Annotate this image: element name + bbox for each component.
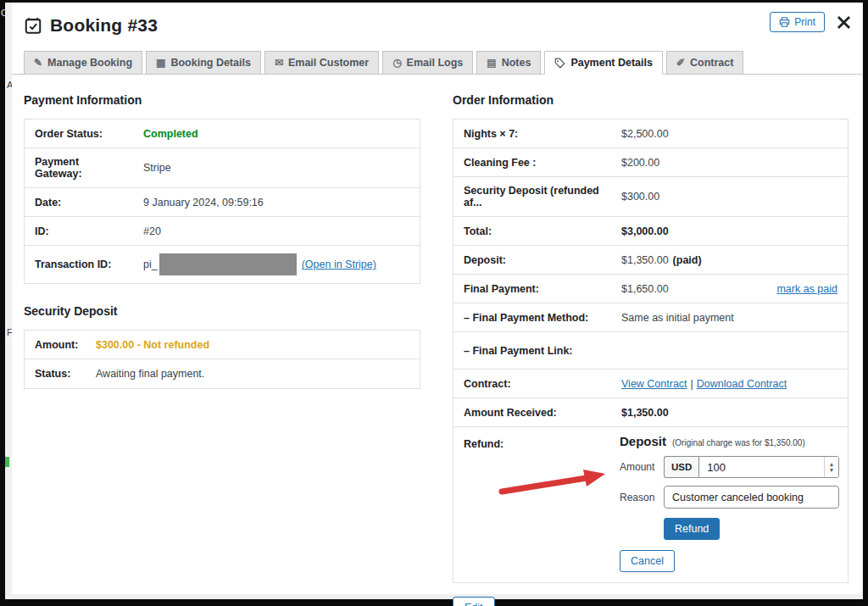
booking-calendar-icon — [24, 16, 42, 35]
pen-icon: ✐ — [676, 58, 685, 68]
refund-reason-input[interactable] — [664, 486, 839, 509]
tab-label: Contract — [690, 57, 733, 69]
table-row: Payment Gateway: Stripe — [25, 148, 420, 188]
modal-header: Booking #33 Print — [12, 3, 862, 36]
currency-prefix: USD — [664, 456, 698, 478]
open-in-stripe-link[interactable]: (Open in Stripe) — [302, 259, 376, 270]
tab-email-customer[interactable]: ✉ Email Customer — [264, 51, 379, 75]
row-label: Refund: — [453, 427, 611, 458]
security-deposit-amount-value: $300.00 - Not refunded — [96, 339, 209, 351]
email-icon: ✉ — [275, 58, 283, 68]
tab-content-payment-details: Payment Information Order Status: Comple… — [12, 75, 862, 606]
final-payment-method-value: Same as initial payment — [611, 304, 848, 331]
total-value: $3,000.00 — [621, 225, 669, 237]
close-icon[interactable] — [836, 14, 852, 31]
security-deposit-table: Amount: $300.00 - Not refunded Status: A… — [24, 330, 420, 389]
refund-original-charge-note: (Original charge was for $1,350.00) — [672, 438, 805, 448]
table-row: Amount: $300.00 - Not refunded — [25, 331, 420, 359]
refund-deposit-heading: Deposit — [620, 434, 666, 448]
tab-label: Manage Booking — [47, 57, 132, 69]
tab-email-logs[interactable]: ◷ Email Logs — [382, 51, 473, 75]
table-row: Deposit: $1,350.00 (paid) — [453, 246, 848, 275]
table-row: Status: Awaiting final payment. — [25, 359, 420, 388]
tab-payment-details[interactable]: Payment Details — [544, 51, 663, 75]
tab-booking-details[interactable]: ▦ Booking Details — [146, 51, 261, 75]
nights-value: $2,500.00 — [611, 120, 848, 147]
tab-manage-booking[interactable]: ✎ Manage Booking — [24, 51, 142, 75]
amount-stepper[interactable]: ▲ ▼ — [824, 457, 838, 477]
table-row: Total: $3,000.00 — [453, 217, 848, 246]
refund-amount-label: Amount — [620, 461, 657, 473]
row-label: Total: — [453, 218, 611, 245]
tab-label: Payment Details — [570, 57, 653, 69]
cleaning-fee-value: $200.00 — [611, 149, 848, 176]
tab-label: Notes — [502, 57, 531, 69]
edit-button[interactable]: Edit — [453, 597, 495, 606]
print-button-label: Print — [794, 16, 815, 28]
row-label: Order Status: — [25, 120, 133, 147]
row-label: Cleaning Fee : — [453, 149, 611, 176]
security-deposit-status-value: Awaiting final payment. — [86, 360, 420, 387]
stepper-up-icon[interactable]: ▲ — [829, 461, 834, 467]
table-row: ID: #20 — [25, 217, 420, 246]
payment-information-table: Order Status: Completed Payment Gateway:… — [24, 119, 420, 284]
tab-bar: ✎ Manage Booking ▦ Booking Details ✉ Ema… — [12, 51, 862, 75]
deposit-value: $1,350.00 — [621, 254, 669, 266]
print-button[interactable]: Print — [770, 12, 825, 32]
table-row: Contract: View Contract | Download Contr… — [453, 370, 848, 398]
order-status-value: Completed — [143, 128, 198, 140]
transaction-id-redaction — [159, 253, 297, 275]
table-row: Transaction ID: pi_ (Open in Stripe) — [25, 246, 420, 283]
table-row: Date: 9 January 2024, 09:59:16 — [25, 188, 420, 217]
row-label: Amount Received: — [453, 399, 611, 426]
table-row: Cleaning Fee : $200.00 — [453, 148, 848, 177]
row-label: – Final Payment Link: — [453, 337, 611, 364]
order-information-heading: Order Information — [453, 93, 849, 107]
tab-label: Email Customer — [288, 57, 369, 69]
row-label: Final Payment: — [453, 275, 611, 303]
row-label: Transaction ID: — [25, 251, 133, 278]
refund-form: Deposit (Original charge was for $1,350.… — [611, 427, 848, 582]
order-information-column: Order Information Nights × 7: $2,500.00 … — [453, 92, 849, 606]
background-letter: C — [1, 8, 8, 18]
row-label: – Final Payment Method: — [453, 304, 611, 331]
security-deposit-line-value: $300.00 — [611, 183, 848, 210]
refund-reason-label: Reason — [620, 492, 657, 503]
notes-icon: ▤ — [487, 58, 496, 68]
transaction-id-prefix: pi_ — [143, 259, 158, 270]
mark-as-paid-link[interactable]: mark as paid — [776, 283, 837, 295]
refund-amount-input[interactable] — [698, 456, 839, 478]
cancel-button[interactable]: Cancel — [620, 550, 675, 572]
payment-id-value: #20 — [133, 218, 420, 245]
printer-icon — [779, 17, 790, 27]
row-label: Nights × 7: — [453, 120, 611, 147]
view-contract-link[interactable]: View Contract — [621, 378, 687, 390]
order-information-table: Nights × 7: $2,500.00 Cleaning Fee : $20… — [453, 119, 849, 583]
calendar-icon: ▦ — [156, 58, 165, 68]
security-deposit-heading: Security Deposit — [24, 304, 420, 318]
table-row: Refund: Deposit (Original charge was for… — [453, 427, 848, 582]
refund-button[interactable]: Refund — [664, 518, 720, 540]
row-label: ID: — [25, 218, 133, 245]
tab-notes[interactable]: ▤ Notes — [476, 51, 541, 75]
deposit-paid-badge: (paid) — [673, 254, 702, 266]
row-label: Security Deposit (refunded af... — [453, 177, 611, 216]
tab-label: Email Logs — [407, 57, 464, 69]
table-row: Nights × 7: $2,500.00 — [453, 120, 848, 148]
payment-information-column: Payment Information Order Status: Comple… — [24, 92, 420, 606]
tab-contract[interactable]: ✐ Contract — [666, 51, 743, 75]
table-row: Amount Received: $1,350.00 — [453, 398, 848, 427]
final-payment-value: $1,650.00 — [621, 283, 669, 295]
payment-information-heading: Payment Information — [24, 93, 420, 107]
stepper-down-icon[interactable]: ▼ — [829, 467, 834, 473]
link-separator: | — [691, 378, 693, 390]
row-label: Date: — [25, 189, 133, 216]
amount-received-value: $1,350.00 — [621, 407, 669, 419]
table-row: – Final Payment Link: — [453, 332, 848, 370]
download-contract-link[interactable]: Download Contract — [697, 378, 787, 390]
row-label: Status: — [25, 360, 86, 387]
table-row: Final Payment: $1,650.00 mark as paid — [453, 275, 848, 303]
row-label: Deposit: — [453, 247, 611, 274]
table-row: – Final Payment Method: Same as initial … — [453, 303, 848, 332]
edit-icon: ✎ — [34, 58, 42, 68]
